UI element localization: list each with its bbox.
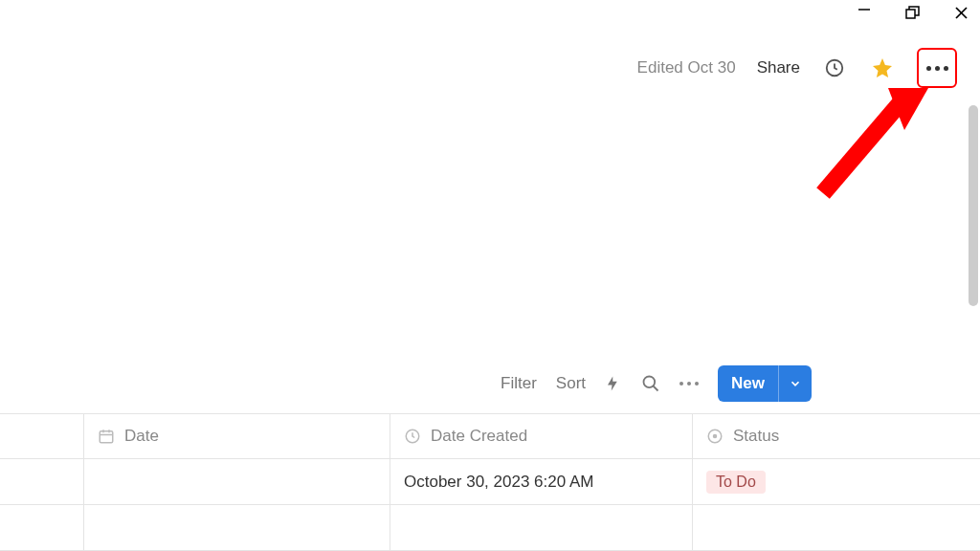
search-icon[interactable]: [641, 374, 660, 393]
column-header-label: Date: [124, 427, 159, 446]
column-header-date[interactable]: Date: [84, 414, 390, 458]
svg-rect-1: [906, 10, 915, 18]
new-button[interactable]: New: [718, 365, 812, 402]
filter-button[interactable]: Filter: [501, 374, 537, 393]
window-controls: [858, 6, 969, 23]
data-table: Date Date Created Status October 30, 202…: [0, 413, 980, 551]
edited-timestamp: Edited Oct 30: [637, 58, 736, 77]
svg-point-15: [713, 434, 718, 439]
page-topbar: Edited Oct 30 Share: [637, 48, 957, 88]
table-header-handle: [0, 414, 84, 458]
table-header-row: Date Date Created Status: [0, 413, 980, 459]
row-handle: [0, 459, 84, 504]
column-header-label: Status: [733, 427, 779, 446]
column-header-status[interactable]: Status: [693, 414, 980, 458]
table-row[interactable]: October 30, 2023 6:20 AM To Do: [0, 459, 980, 505]
scrollbar[interactable]: [969, 105, 978, 306]
new-dropdown-icon[interactable]: [778, 365, 812, 402]
sort-button[interactable]: Sort: [556, 374, 586, 393]
new-button-label: New: [718, 374, 778, 393]
column-header-label: Date Created: [431, 427, 527, 446]
more-options-button[interactable]: [917, 48, 957, 88]
svg-line-8: [654, 386, 658, 391]
svg-point-7: [644, 377, 656, 388]
svg-rect-9: [100, 431, 113, 443]
calendar-icon: [98, 428, 115, 445]
automation-icon[interactable]: [605, 375, 622, 392]
star-icon[interactable]: [869, 55, 896, 81]
maximize-button[interactable]: [905, 6, 920, 23]
cell-date-created[interactable]: October 30, 2023 6:20 AM: [390, 459, 693, 504]
annotation-arrow: [794, 88, 928, 207]
clock-icon: [404, 428, 421, 445]
column-header-date-created[interactable]: Date Created: [390, 414, 693, 458]
status-badge: To Do: [706, 471, 766, 494]
cell-status[interactable]: To Do: [693, 459, 980, 504]
cell-date[interactable]: [84, 459, 390, 504]
minimize-button[interactable]: [858, 2, 871, 19]
svg-line-5: [823, 101, 902, 193]
view-toolbar: Filter Sort New: [501, 365, 812, 402]
svg-marker-6: [888, 88, 928, 130]
history-icon[interactable]: [821, 55, 848, 81]
table-row-empty[interactable]: [0, 505, 980, 551]
share-button[interactable]: Share: [757, 58, 800, 77]
status-icon: [706, 428, 724, 445]
view-more-icon[interactable]: [679, 382, 699, 386]
close-button[interactable]: [954, 6, 969, 23]
